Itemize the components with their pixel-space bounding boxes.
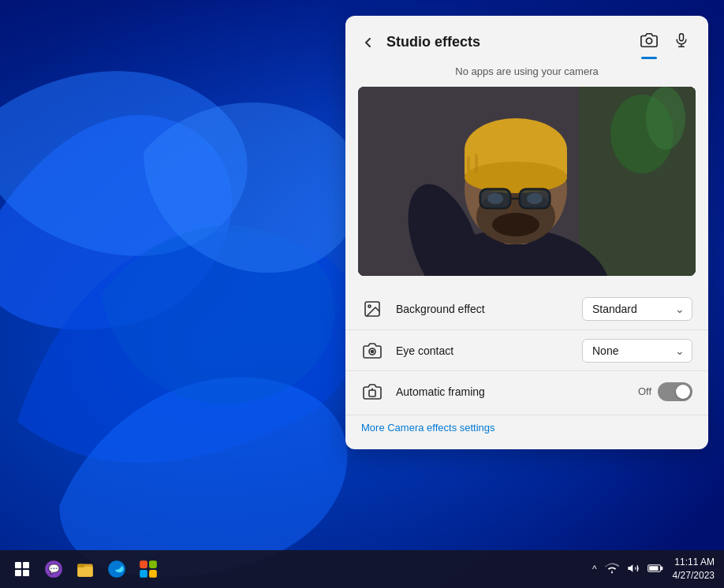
svg-rect-52 [660, 566, 662, 569]
taskbar-store-app[interactable] [136, 556, 161, 582]
svg-rect-43 [77, 564, 84, 568]
automatic-framing-off-label: Off [638, 385, 651, 397]
taskbar-left: 💬 [9, 556, 161, 582]
desktop: Studio effects [0, 0, 724, 588]
more-camera-settings-link[interactable]: More Camera effects settings [345, 415, 708, 437]
volume-icon[interactable] [627, 562, 640, 577]
toggle-knob [676, 385, 690, 399]
svg-rect-26 [475, 154, 478, 173]
wifi-icon[interactable] [605, 561, 619, 578]
camera-active-indicator [641, 57, 657, 59]
eye-contact-label: Eye contact [396, 344, 569, 357]
svg-point-29 [646, 87, 685, 150]
back-button[interactable] [358, 32, 379, 53]
taskbar-date-display: 4/27/2023 [673, 569, 715, 582]
background-effect-row: Background effect Off Standard Portrait … [345, 288, 708, 329]
studio-effects-panel: Studio effects [345, 16, 708, 449]
background-effect-select[interactable]: Off Standard Portrait Replacement [582, 297, 692, 321]
start-button[interactable] [9, 556, 35, 582]
camera-preview [358, 87, 696, 276]
svg-point-31 [368, 305, 371, 307]
svg-point-2 [646, 38, 651, 43]
svg-rect-51 [649, 566, 658, 571]
camera-preview-background [358, 87, 696, 276]
taskbar-right: ^ [592, 556, 715, 582]
person-preview-svg [358, 87, 696, 276]
taskbar-edge-app[interactable] [104, 556, 129, 582]
automatic-framing-row: Automatic framing Off [345, 370, 708, 411]
svg-marker-49 [628, 564, 633, 571]
svg-rect-36 [23, 562, 29, 568]
svg-point-16 [465, 162, 567, 193]
eye-contact-icon [361, 340, 383, 362]
background-effect-dropdown-wrapper: Off Standard Portrait Replacement [582, 297, 692, 321]
taskbar: 💬 [0, 550, 724, 588]
svg-rect-42 [77, 567, 93, 577]
svg-rect-47 [149, 570, 157, 578]
taskbar-chat-app[interactable]: 💬 [41, 556, 66, 582]
eye-contact-select[interactable]: None Standard Teleprompter [582, 339, 692, 363]
background-effect-label: Background effect [396, 303, 569, 315]
mic-header-button[interactable] [670, 28, 692, 56]
eye-contact-row: Eye contact None Standard Teleprompter [345, 329, 708, 370]
svg-point-33 [371, 350, 374, 352]
svg-point-23 [527, 193, 543, 204]
no-apps-text: No apps are using your camera [345, 62, 708, 87]
svg-point-24 [492, 213, 539, 236]
svg-rect-44 [140, 560, 147, 568]
automatic-framing-icon [361, 381, 383, 403]
svg-rect-25 [467, 156, 470, 172]
panel-title: Studio effects [386, 34, 629, 50]
background-effect-icon [361, 298, 383, 320]
svg-rect-37 [15, 570, 21, 576]
system-tray-icons: ^ [592, 561, 663, 578]
svg-point-22 [487, 193, 503, 204]
automatic-framing-toggle-wrapper: Off [638, 382, 692, 401]
svg-rect-3 [680, 34, 684, 41]
eye-contact-dropdown-wrapper: None Standard Teleprompter [582, 339, 692, 363]
taskbar-time-display: 11:11 AM [673, 556, 715, 569]
taskbar-files-app[interactable] [73, 556, 98, 582]
svg-rect-38 [23, 570, 29, 576]
automatic-framing-toggle[interactable] [658, 382, 692, 401]
tray-chevron-icon[interactable]: ^ [592, 564, 597, 575]
svg-rect-35 [15, 562, 21, 568]
svg-rect-46 [140, 570, 147, 578]
svg-rect-45 [149, 560, 157, 568]
taskbar-datetime[interactable]: 11:11 AM 4/27/2023 [673, 556, 715, 582]
svg-rect-34 [369, 390, 375, 396]
panel-header: Studio effects [345, 16, 708, 62]
battery-icon[interactable] [647, 563, 663, 576]
camera-header-button[interactable] [637, 28, 661, 56]
svg-text:💬: 💬 [48, 563, 60, 575]
svg-point-48 [610, 571, 612, 573]
header-icons [637, 28, 692, 56]
automatic-framing-label: Automatic framing [396, 385, 625, 398]
